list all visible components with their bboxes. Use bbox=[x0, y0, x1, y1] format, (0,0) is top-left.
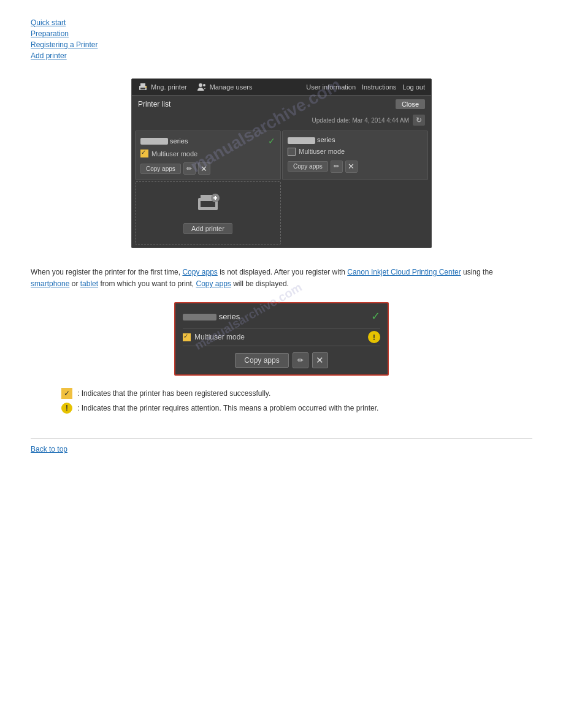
printer-1-multiuser-checkbox[interactable] bbox=[140, 150, 148, 157]
printer-cards: series ✓ Multiuser mode Copy apps ✏ ✕ bbox=[132, 127, 431, 248]
printer-large-multiuser-label: Multiuser mode bbox=[194, 333, 245, 341]
legend-warning-icon: ! bbox=[61, 403, 72, 414]
tablet-link[interactable]: tablet bbox=[80, 279, 98, 288]
close-button[interactable]: Close bbox=[396, 99, 425, 109]
svg-rect-8 bbox=[201, 201, 215, 207]
printer-2-multiuser-row: Multiuser mode bbox=[288, 148, 423, 156]
printer-large-checkmark: ✓ bbox=[371, 309, 380, 323]
legend-item-1: ✓ : Indicates that the printer has been … bbox=[61, 388, 532, 399]
add-printer-icon bbox=[196, 192, 220, 218]
text-section-1: When you register the printer for the fi… bbox=[31, 267, 532, 290]
printer-2-name-blur bbox=[288, 137, 315, 144]
nav-links: Quick start Preparation Registering a Pr… bbox=[31, 18, 532, 60]
mng-printer-nav[interactable]: Mng. printer bbox=[138, 82, 187, 92]
printer-large-delete-button[interactable]: ✕ bbox=[312, 352, 328, 368]
back-to-top-link[interactable]: Back to top bbox=[31, 445, 532, 453]
warning-icon: ! bbox=[368, 331, 380, 343]
manage-users-label: Manage users bbox=[210, 83, 253, 91]
canon-inkjet-link[interactable]: Canon Inkjet Cloud Printing Center bbox=[347, 268, 461, 276]
screenshot2: series ✓ Multiuser mode ! Copy apps ✏ ✕ … bbox=[174, 302, 389, 376]
printer-list-title: Printer list bbox=[138, 100, 170, 108]
printer-icon bbox=[138, 82, 148, 92]
refresh-button[interactable]: ↻ bbox=[413, 115, 425, 126]
printer-2-multiuser-label: Multiuser mode bbox=[299, 148, 345, 155]
nav-link-3[interactable]: Registering a Printer bbox=[31, 40, 532, 49]
printer-2-name: series bbox=[288, 136, 335, 144]
copy-apps-link-1[interactable]: Copy apps bbox=[182, 268, 217, 276]
printer-large-actions: Copy apps ✏ ✕ bbox=[183, 352, 380, 368]
printer-large-edit-button[interactable]: ✏ bbox=[293, 352, 308, 368]
printer-ui: Mng. printer Manage users User informati… bbox=[131, 78, 432, 248]
svg-rect-3 bbox=[145, 86, 147, 88]
nav-link-1[interactable]: Quick start bbox=[31, 18, 532, 27]
mng-printer-label: Mng. printer bbox=[151, 83, 187, 91]
legend-section: ✓ : Indicates that the printer has been … bbox=[61, 388, 532, 414]
user-information-link[interactable]: User information bbox=[306, 83, 356, 91]
footer: Back to top bbox=[31, 438, 532, 453]
nav-link-2[interactable]: Preparation bbox=[31, 29, 532, 38]
printer-large-name: series bbox=[183, 312, 240, 321]
printer-2-actions: Copy apps ✏ ✕ bbox=[288, 161, 423, 173]
printer-large-name-blur bbox=[183, 314, 216, 320]
printer-1-name-blur bbox=[140, 138, 168, 145]
legend-item-2: ! : Indicates that the printer requires … bbox=[61, 403, 532, 414]
printer-list-header: Printer list Close bbox=[132, 96, 431, 113]
printer-card-large-header: series ✓ bbox=[183, 309, 380, 323]
updated-row: Updated date: Mar 4, 2014 4:44 AM ↻ bbox=[132, 113, 431, 127]
nav-link-4[interactable]: Add printer bbox=[31, 51, 532, 60]
printer-2-copy-apps-button[interactable]: Copy apps bbox=[288, 161, 328, 172]
printer-1-multiuser-label: Multiuser mode bbox=[151, 150, 197, 157]
copy-apps-link-2[interactable]: Copy apps bbox=[196, 279, 231, 288]
instructions-link[interactable]: Instructions bbox=[362, 83, 396, 91]
printer-2-multiuser-checkbox[interactable] bbox=[288, 148, 296, 156]
printer-card-2: series Multiuser mode Copy apps ✏ ✕ bbox=[282, 131, 428, 180]
navbar-right: User information Instructions Log out bbox=[306, 83, 425, 91]
navbar: Mng. printer Manage users User informati… bbox=[132, 79, 431, 96]
printer-1-actions: Copy apps ✏ ✕ bbox=[140, 162, 275, 175]
svg-rect-1 bbox=[140, 83, 145, 86]
printer-card-2-header: series bbox=[288, 136, 423, 144]
legend-item-2-label: : Indicates that the printer requires at… bbox=[77, 404, 378, 412]
printer-plus-icon bbox=[196, 192, 220, 214]
printer-2-delete-button[interactable]: ✕ bbox=[345, 161, 358, 173]
svg-rect-2 bbox=[140, 88, 145, 89]
printer-1-delete-button[interactable]: ✕ bbox=[198, 162, 210, 175]
svg-rect-11 bbox=[215, 196, 216, 200]
add-printer-button[interactable]: Add printer bbox=[183, 223, 232, 234]
printer-1-name: series bbox=[140, 137, 188, 145]
updated-date: Updated date: Mar 4, 2014 4:44 AM bbox=[312, 117, 409, 124]
printer-large-copy-apps-button[interactable]: Copy apps bbox=[235, 353, 288, 368]
printer-1-checkmark: ✓ bbox=[268, 136, 275, 146]
printer-large-multiuser-checkbox[interactable] bbox=[183, 333, 191, 341]
printer-large-multiuser-row: Multiuser mode ! bbox=[183, 328, 380, 346]
printer-1-copy-apps-button[interactable]: Copy apps bbox=[140, 164, 181, 174]
printer-card-1-header: series ✓ bbox=[140, 136, 275, 146]
smartphone-link[interactable]: smartphone bbox=[31, 279, 69, 288]
printer-card-large: series ✓ Multiuser mode ! Copy apps ✏ ✕ … bbox=[174, 302, 389, 376]
printer-card-1: series ✓ Multiuser mode Copy apps ✏ ✕ bbox=[135, 131, 281, 180]
log-out-link[interactable]: Log out bbox=[402, 83, 425, 91]
add-printer-card: Add printer bbox=[135, 181, 281, 245]
printer-2-edit-button[interactable]: ✏ bbox=[331, 161, 343, 173]
manage-users-nav[interactable]: Manage users bbox=[197, 82, 253, 92]
svg-point-5 bbox=[203, 84, 205, 86]
printer-1-multiuser-row: Multiuser mode bbox=[140, 150, 275, 157]
printer-1-edit-button[interactable]: ✏ bbox=[183, 162, 196, 175]
navbar-left: Mng. printer Manage users bbox=[138, 82, 252, 92]
screenshot1: Mng. printer Manage users User informati… bbox=[131, 78, 432, 248]
users-icon bbox=[197, 82, 207, 92]
legend-check-icon: ✓ bbox=[61, 388, 72, 399]
legend-item-1-label: : Indicates that the printer has been re… bbox=[77, 389, 270, 398]
svg-point-4 bbox=[199, 83, 202, 87]
